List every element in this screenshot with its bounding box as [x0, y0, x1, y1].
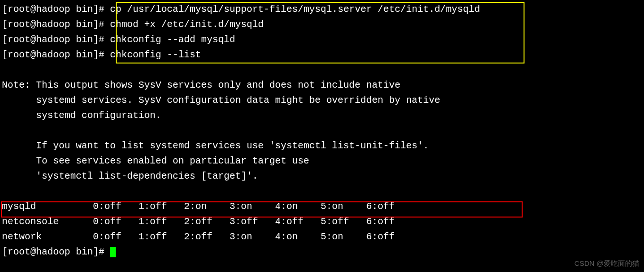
shell-prompt: [root@hadoop bin]# — [2, 49, 110, 60]
blank-line — [0, 123, 644, 138]
service-row-mysqld: mysqld 0:off 1:off 2:on 3:on 4:on 5:on 6… — [0, 199, 644, 214]
note-line-3: systemd configuration. — [0, 108, 644, 123]
command-text: chmod +x /etc/init.d/mysqld — [110, 19, 264, 30]
blank-line — [0, 63, 644, 78]
blank-line — [0, 184, 644, 199]
command-text: chkconfig --add mysqld — [110, 34, 235, 45]
watermark-text: CSDN @爱吃面的猫 — [574, 258, 639, 269]
terminal-line-2: [root@hadoop bin]# chmod +x /etc/init.d/… — [0, 17, 644, 32]
shell-prompt: [root@hadoop bin]# — [2, 246, 110, 257]
terminal-line-4: [root@hadoop bin]# chkconfig --list — [0, 47, 644, 63]
note-line-1: Note: This output shows SysV services on… — [0, 78, 644, 93]
service-row-network: network 0:off 1:off 2:off 3:on 4:on 5:on… — [0, 229, 644, 245]
shell-prompt: [root@hadoop bin]# — [2, 19, 110, 30]
note-line-6: 'systemctl list-dependencies [target]'. — [0, 169, 644, 184]
note-line-5: To see services enabled on particular ta… — [0, 154, 644, 169]
note-line-2: systemd services. SysV configuration dat… — [0, 93, 644, 108]
cursor-icon — [110, 247, 116, 257]
service-row-netconsole: netconsole 0:off 1:off 2:off 3:off 4:off… — [0, 214, 644, 229]
terminal-line-prompt[interactable]: [root@hadoop bin]# — [0, 245, 644, 260]
note-line-4: If you want to list systemd services use… — [0, 138, 644, 154]
shell-prompt: [root@hadoop bin]# — [2, 4, 110, 15]
terminal-line-1: [root@hadoop bin]# cp /usr/local/mysql/s… — [0, 2, 644, 17]
command-text: chkconfig --list — [110, 49, 201, 60]
terminal-line-3: [root@hadoop bin]# chkconfig --add mysql… — [0, 32, 644, 47]
command-text: cp /usr/local/mysql/support-files/mysql.… — [110, 4, 480, 15]
shell-prompt: [root@hadoop bin]# — [2, 34, 110, 45]
